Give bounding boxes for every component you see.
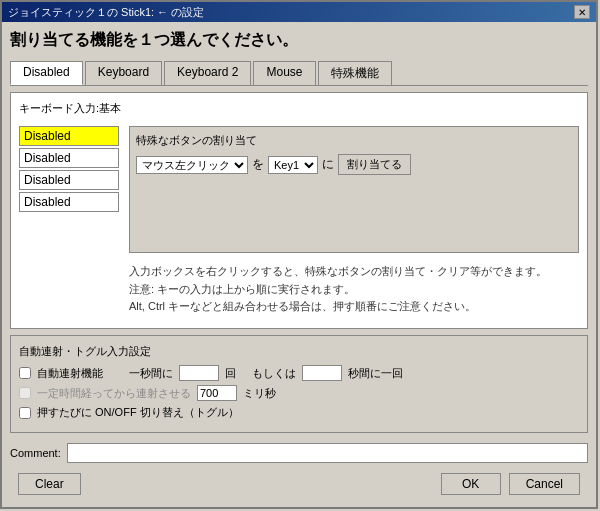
info-line-3: Alt, Ctrl キーなどと組み合わせる場合は、押す順番にご注意ください。 — [129, 298, 579, 316]
title-bar: ジョイスティック１の Stick1: ← の設定 ✕ — [2, 2, 596, 22]
tab-keyboard[interactable]: Keyboard — [85, 61, 162, 85]
panel-title: キーボード入力:基本 — [19, 101, 579, 116]
toggle-row: 押すたびに ON/OFF 切り替え（トグル） — [19, 405, 579, 420]
assign-particle2: に — [322, 156, 334, 173]
per-second-input[interactable] — [179, 365, 219, 381]
ok-button[interactable]: OK — [441, 473, 501, 495]
main-window: ジョイスティック１の Stick1: ← の設定 ✕ 割り当てる機能を１つ選んで… — [0, 0, 598, 509]
key-list: Disabled Disabled Disabled Disabled — [19, 126, 119, 320]
assign-dropdown2[interactable]: Key1 — [268, 156, 318, 174]
auto-fire-checkbox[interactable] — [19, 367, 31, 379]
main-title: 割り当てる機能を１つ選んでください。 — [10, 30, 588, 51]
assign-particle: を — [252, 156, 264, 173]
per-second2-label: 秒間に一回 — [348, 366, 403, 381]
cancel-button[interactable]: Cancel — [509, 473, 580, 495]
info-text: 入力ボックスを右クリックすると、特殊なボタンの割り当て・クリア等ができます。 注… — [129, 259, 579, 320]
list-item[interactable]: Disabled — [19, 192, 119, 212]
clear-button[interactable]: Clear — [18, 473, 81, 495]
tab-special[interactable]: 特殊機能 — [318, 61, 392, 85]
toggle-label: 押すたびに ON/OFF 切り替え（トグル） — [37, 405, 239, 420]
auto-section: 自動連射・トグル入力設定 自動連射機能 一秒間に 回 もしくは 秒間に一回 一定… — [10, 335, 588, 433]
comment-input[interactable] — [67, 443, 588, 463]
delay-row: 一定時間経ってから連射させる ミリ秒 — [19, 385, 579, 401]
close-button[interactable]: ✕ — [574, 5, 590, 19]
auto-section-title: 自動連射・トグル入力設定 — [19, 344, 579, 359]
auto-fire-row: 自動連射機能 一秒間に 回 もしくは 秒間に一回 — [19, 365, 579, 381]
main-panel: キーボード入力:基本 Disabled Disabled Disabled Di… — [10, 92, 588, 329]
per-second-label: 一秒間に — [129, 366, 173, 381]
tab-mouse[interactable]: Mouse — [253, 61, 315, 85]
list-item[interactable]: Disabled — [19, 148, 119, 168]
special-assign-panel: 特殊なボタンの割り当て マウス左クリック を Key1 に 割り当てる — [129, 126, 579, 253]
bottom-bar: Clear OK Cancel — [10, 469, 588, 499]
times-label: 回 — [225, 366, 236, 381]
assign-button[interactable]: 割り当てる — [338, 154, 411, 175]
delay-checkbox[interactable] — [19, 387, 31, 399]
tab-bar: Disabled Keyboard Keyboard 2 Mouse 特殊機能 — [10, 61, 588, 86]
tab-disabled[interactable]: Disabled — [10, 61, 83, 85]
assign-dropdown1[interactable]: マウス左クリック — [136, 156, 248, 174]
ms-label: ミリ秒 — [243, 386, 276, 401]
window-title: ジョイスティック１の Stick1: ← の設定 — [8, 5, 204, 20]
per-second2-input[interactable] — [302, 365, 342, 381]
assign-row: マウス左クリック を Key1 に 割り当てる — [136, 154, 572, 175]
delay-input[interactable] — [197, 385, 237, 401]
list-item[interactable]: Disabled — [19, 126, 119, 146]
delay-label: 一定時間経ってから連射させる — [37, 386, 191, 401]
special-assign-title: 特殊なボタンの割り当て — [136, 133, 572, 148]
tab-keyboard2[interactable]: Keyboard 2 — [164, 61, 251, 85]
window-body: 割り当てる機能を１つ選んでください。 Disabled Keyboard Key… — [2, 22, 596, 507]
toggle-checkbox[interactable] — [19, 407, 31, 419]
info-line-2: 注意: キーの入力は上から順に実行されます。 — [129, 281, 579, 299]
info-line-1: 入力ボックスを右クリックすると、特殊なボタンの割り当て・クリア等ができます。 — [129, 263, 579, 281]
comment-row: Comment: — [10, 443, 588, 463]
auto-fire-label: 自動連射機能 — [37, 366, 103, 381]
list-item[interactable]: Disabled — [19, 170, 119, 190]
comment-label: Comment: — [10, 447, 61, 459]
or-label: もしくは — [252, 366, 296, 381]
panel-content: Disabled Disabled Disabled Disabled 特殊なボ… — [19, 126, 579, 320]
